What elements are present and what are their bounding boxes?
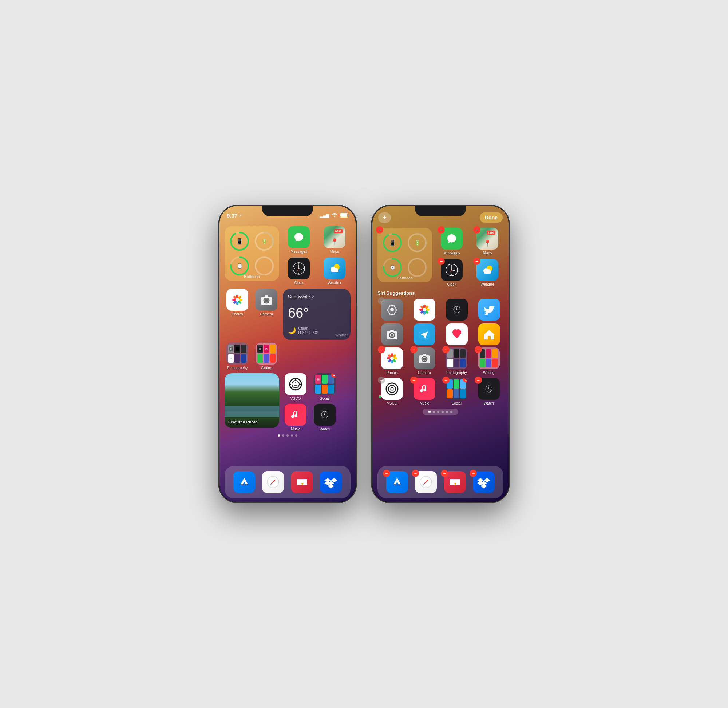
remove-messages-button[interactable]: − <box>437 226 445 234</box>
dock-safari-edit[interactable]: − <box>413 471 439 493</box>
camera-icon-siri <box>381 324 403 345</box>
app-clock[interactable]: Clock <box>286 258 312 285</box>
phone-normal: 9:37 ↗ ▂▄▆ <box>218 205 357 503</box>
app-photos-edit2[interactable]: − Photos <box>379 347 405 375</box>
notch-edit <box>415 206 466 216</box>
remove-spark-button[interactable]: − <box>441 470 448 477</box>
app-vsco-edit[interactable]: − VSCO <box>379 378 405 406</box>
clock-icon-img <box>288 258 310 279</box>
app-photos-siri[interactable] <box>412 299 437 321</box>
remove-maps-button[interactable]: − <box>473 226 481 234</box>
app-writing[interactable]: B Writing <box>254 343 279 370</box>
batteries-widget[interactable]: 📱 🔋 <box>225 226 279 281</box>
remove-weather-button[interactable]: − <box>473 258 481 265</box>
svg-point-122 <box>390 357 394 360</box>
app-maps[interactable]: I-280 📍 Maps <box>322 226 347 254</box>
weather-widget[interactable]: Sunnyvale ↗ 66° 🌙 Clear H:84° L:60° Weat… <box>283 289 350 340</box>
app-clock-edit[interactable]: − Clock <box>439 259 465 287</box>
batteries-label: Batteries <box>225 274 279 279</box>
svg-point-129 <box>391 387 394 390</box>
photo-widget-label: Featured Photo <box>228 420 258 424</box>
remove-watch-button[interactable]: − <box>475 377 482 384</box>
done-button[interactable]: Done <box>480 212 503 223</box>
photos-row2-label: Photos <box>231 312 243 316</box>
music-label: Music <box>291 427 300 431</box>
remove-writing-button[interactable]: − <box>475 346 482 353</box>
dock-appstore[interactable] <box>231 471 257 493</box>
featured-photo-widget[interactable]: Featured Photo <box>225 373 279 428</box>
app-social-edit[interactable]: 1 − Social <box>444 378 469 406</box>
svg-point-7 <box>256 257 273 275</box>
screen-edit: + Done 📱 <box>372 206 509 502</box>
location-icon: ↗ <box>239 213 242 218</box>
app-weather[interactable]: Weather <box>322 258 347 285</box>
messages-icon-img <box>288 226 310 248</box>
writing-mini-1 <box>257 345 263 353</box>
app-camera-siri[interactable] <box>379 324 405 345</box>
edit-dot-6 <box>450 411 452 413</box>
svg-rect-20 <box>331 270 338 272</box>
add-widget-button[interactable]: + <box>378 212 391 223</box>
maps-label: Maps <box>330 250 339 254</box>
app-vsco[interactable]: VSCO <box>283 373 308 401</box>
app-home-siri[interactable] <box>477 324 502 345</box>
app-photography-edit[interactable]: − Photography <box>444 347 469 375</box>
app-social[interactable]: 1 Social <box>312 373 337 401</box>
photo-water <box>225 406 279 417</box>
app-camera-edit2[interactable]: − Camera <box>412 347 437 375</box>
writing-mini-4 <box>257 354 263 363</box>
remove-batteries-button[interactable]: − <box>376 226 383 234</box>
app-telegram-siri[interactable] <box>412 324 437 345</box>
app-weather-edit[interactable]: − Weather <box>475 259 500 287</box>
app-watch[interactable]: Watch <box>312 404 337 431</box>
home-icon-siri <box>478 324 500 345</box>
dock-appstore-edit[interactable]: − <box>384 471 410 493</box>
appstore-icon-img <box>233 471 255 493</box>
app-photos-row2[interactable]: Photos <box>225 289 250 340</box>
svg-rect-92 <box>484 271 491 274</box>
photos-icon-siri <box>414 299 435 321</box>
svg-line-88 <box>450 270 452 272</box>
app-settings-siri[interactable]: − <box>379 299 405 321</box>
vsco-dot <box>379 396 381 398</box>
photography-folder-img <box>227 343 248 364</box>
edit-dot-5 <box>446 411 448 413</box>
svg-line-16 <box>297 268 299 271</box>
remove-clock-button[interactable]: − <box>437 258 445 265</box>
app-maps-edit[interactable]: I-280 📍 − Maps <box>475 228 500 255</box>
safari-icon-img <box>262 471 284 493</box>
batteries-widget-edit[interactable]: 📱 🔋 <box>378 228 432 282</box>
dot-4 <box>291 434 293 437</box>
app-music-edit[interactable]: − Music <box>412 378 437 406</box>
dock-safari[interactable] <box>260 471 286 493</box>
app-watch-edit[interactable]: − Watch <box>476 378 501 406</box>
home-content: 📱 🔋 <box>219 222 356 502</box>
app-twitterrific-siri[interactable] <box>477 299 502 321</box>
app-messages-edit[interactable]: − Messages <box>439 228 465 255</box>
dot-2 <box>282 434 284 437</box>
app-watch-siri[interactable] <box>444 299 469 321</box>
dock-dropbox[interactable] <box>318 471 344 493</box>
app-messages[interactable]: Messages <box>286 226 312 254</box>
app-writing-edit[interactable]: − Writing <box>476 347 501 375</box>
status-icons: ▂▄▆ <box>320 213 348 218</box>
dock-spark-edit[interactable]: − <box>442 471 468 493</box>
writing-label: Writing <box>261 366 272 370</box>
remove-appstore-button[interactable]: − <box>383 470 390 477</box>
app-photography[interactable]: Photography <box>225 343 250 370</box>
app-music[interactable]: Music <box>283 404 308 431</box>
remove-music-button[interactable]: − <box>410 377 417 384</box>
wfolder-mini-2 <box>486 349 491 358</box>
app-camera[interactable]: Camera <box>254 289 279 340</box>
dock-spark[interactable] <box>289 471 315 493</box>
vsco-icon-img <box>285 373 307 395</box>
siri-suggestions-label: Siri Suggestions <box>378 290 503 296</box>
dock-dropbox-edit[interactable]: − <box>471 471 497 493</box>
screen-normal: 9:37 ↗ ▂▄▆ <box>219 206 356 502</box>
app-health-siri[interactable] <box>444 324 469 345</box>
wfolder-mini-5 <box>486 359 491 367</box>
social-wa <box>322 375 328 384</box>
remove-settings-button[interactable]: − <box>378 297 385 305</box>
remove-camera-button[interactable]: − <box>410 346 417 353</box>
edit-dot-1 <box>429 411 431 413</box>
